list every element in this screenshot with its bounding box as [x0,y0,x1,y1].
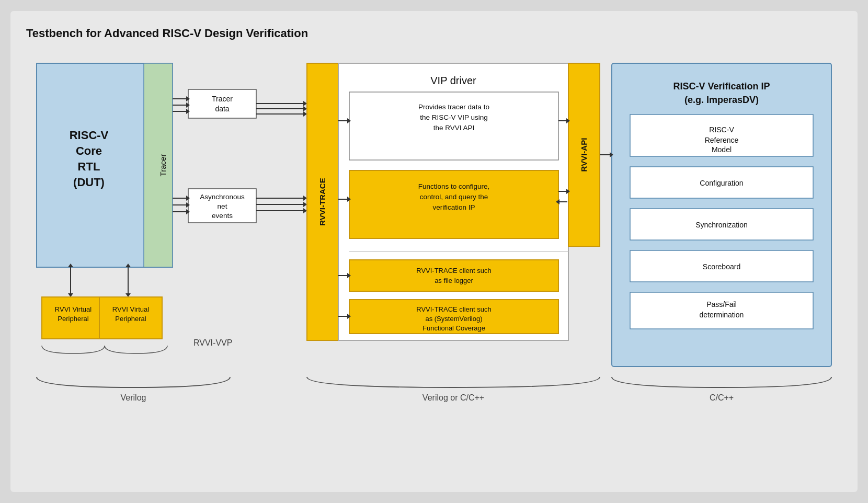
vip-synchronization-label: Synchronization [695,221,748,229]
rvvi-trace-label: RVVI-TRACE [318,178,327,225]
svg-text:Peripheral: Peripheral [58,315,88,323]
svg-text:RVVI Virtual: RVVI Virtual [112,305,149,313]
svg-text:the RISC-V VIP using: the RISC-V VIP using [420,113,488,121]
rvvi-api-label: RVVI-API [579,138,588,172]
svg-text:RVVI-TRACE client such: RVVI-TRACE client such [416,305,492,313]
svg-text:as file logger: as file logger [435,277,473,284]
svg-text:the RVVI API: the RVVI API [433,124,475,132]
svg-text:Reference: Reference [705,136,739,144]
verilog-label: Verilog [121,393,146,402]
page-title: Testbench for Advanced RISC-V Design Ver… [26,27,842,40]
diagram-area: RISC-V Core RTL (DUT) Tracer Tracer data [26,53,842,429]
cpp-brace [612,377,831,387]
dut-label: RISC-V [70,129,109,142]
svg-text:Core: Core [76,144,102,157]
svg-marker-27 [303,196,307,201]
svg-marker-14 [303,106,307,111]
svg-text:Pass/Fail: Pass/Fail [706,300,737,308]
svg-marker-31 [303,208,307,213]
svg-marker-12 [303,101,307,106]
svg-text:control, and query the: control, and query the [420,193,488,201]
svg-text:(e.g. ImperasDV): (e.g. ImperasDV) [684,95,759,105]
svg-text:data: data [215,105,229,113]
svg-marker-71 [125,293,131,297]
verilog-cpp-label: Verilog or C/C++ [422,393,484,402]
page-container: Testbench for Advanced RISC-V Design Ver… [10,11,858,492]
svg-text:as (SystemVerilog): as (SystemVerilog) [425,315,482,323]
svg-text:net: net [218,202,227,210]
svg-text:Provides tracer data to: Provides tracer data to [418,103,489,111]
svg-text:verification IP: verification IP [432,203,475,211]
svg-marker-16 [303,111,307,117]
svg-text:(DUT): (DUT) [73,176,105,189]
svg-text:Functions to configure,: Functions to configure, [418,182,490,190]
svg-text:Peripheral: Peripheral [115,315,146,323]
svg-marker-29 [303,202,307,207]
svg-marker-68 [68,293,73,297]
svg-text:RTL: RTL [78,160,100,173]
svg-text:RISC-V: RISC-V [709,125,734,134]
tracer-label: Tracer [158,154,167,177]
svg-text:RISC-V Verification IP: RISC-V Verification IP [673,81,770,92]
svg-text:RVVI Virtual: RVVI Virtual [55,305,92,313]
svg-text:determination: determination [700,311,744,319]
vip-driver-title: VIP driver [430,75,476,86]
svg-text:Asynchronous: Asynchronous [200,193,245,201]
svg-text:Model: Model [712,145,732,154]
verilog-brace [37,377,230,387]
diagram-svg: RISC-V Core RTL (DUT) Tracer Tracer data [26,53,842,424]
svg-text:Functional Coverage: Functional Coverage [422,324,485,332]
cpp-label: C/C++ [710,393,734,402]
verilog-cpp-brace [307,377,600,387]
svg-text:events: events [212,212,233,220]
rvvi-vvp-label: RVVI-VVP [193,338,232,347]
svg-text:Tracer: Tracer [212,95,233,103]
vip-configuration-label: Configuration [700,179,743,187]
tracer-data-box [188,89,256,118]
svg-text:RVVI-TRACE client such: RVVI-TRACE client such [416,267,492,275]
vip-scoreboard-label: Scoreboard [703,262,740,271]
trace-client1-box [349,260,558,291]
